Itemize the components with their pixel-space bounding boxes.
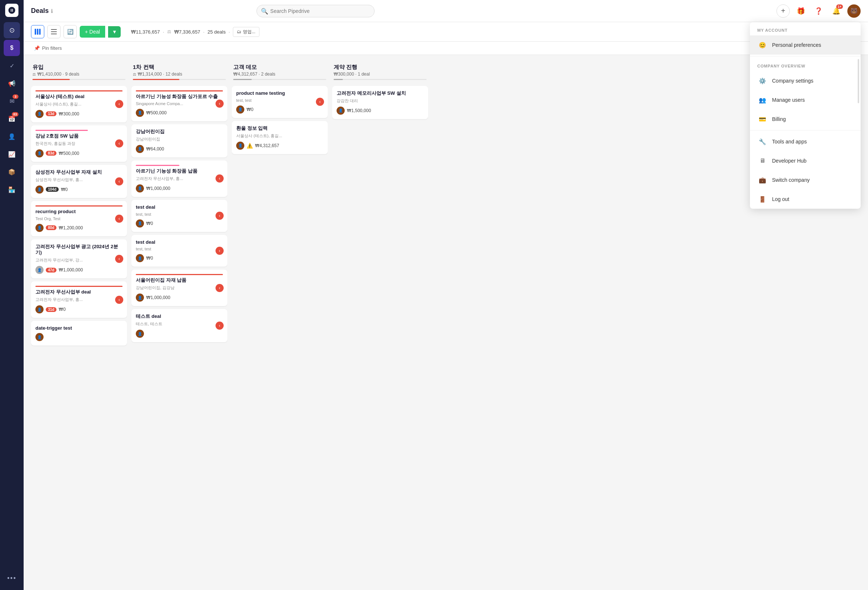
sidebar-item-marketplace[interactable]: 🏪 xyxy=(4,181,20,198)
sidebar-item-deals[interactable]: $ xyxy=(4,40,20,56)
card-progress xyxy=(35,90,123,91)
deal-card[interactable]: 아르기닌 기능성 화장품 납품 고려전자 무선사업부, 홍... 👤 ₩1,00… xyxy=(131,160,227,197)
stage-filter-button[interactable]: 🗂 영업... xyxy=(233,27,260,37)
manage-users-item[interactable]: 👥 Manage users xyxy=(750,90,861,109)
deal-avatar: 👤 xyxy=(35,224,44,232)
deal-action-arrow[interactable]: ‹ xyxy=(216,174,224,182)
search-input[interactable] xyxy=(257,5,375,17)
sidebar-item-home[interactable]: ⊙ xyxy=(4,22,20,38)
deal-card[interactable]: recurring product Test Org, Test 👤 80d ₩… xyxy=(31,201,127,236)
add-deal-dropdown-button[interactable]: ▼ xyxy=(108,26,121,38)
deal-action-arrow[interactable]: ‹ xyxy=(316,98,324,106)
help-icon-button[interactable]: ❓ xyxy=(812,4,825,18)
column-header-4: 계약 진행 ₩300,000 · 1 deal xyxy=(332,61,428,83)
deal-amount: ₩500,000 xyxy=(59,151,79,156)
deal-action-arrow[interactable]: ‹ xyxy=(115,140,123,147)
sidebar-more-button[interactable]: ••• xyxy=(4,570,20,586)
deal-action-arrow[interactable]: ‹ xyxy=(115,296,123,304)
divider xyxy=(750,56,861,56)
deal-amount: ₩1,000,000 xyxy=(59,267,83,272)
column-cards-2: 아르기닌 기능성 화장품 싱가포르 수출 Singapore Acme Comp… xyxy=(131,86,227,584)
header: Deals ℹ 🔍 + 🎁 ❓ 🔔 1+ 🐻 xyxy=(24,0,868,22)
deal-age-badge: 80d xyxy=(46,225,56,230)
deal-action-arrow[interactable]: ‹ xyxy=(216,322,224,330)
deal-card[interactable]: date-trigger test 👤 xyxy=(31,321,127,346)
personal-preferences-item[interactable]: 😊 Personal preferences xyxy=(750,35,861,54)
log-out-item[interactable]: 🚪 Log out xyxy=(750,190,861,209)
add-deal-button[interactable]: + Deal xyxy=(80,26,105,38)
pin-filters-button[interactable]: 📌 Pin filters xyxy=(31,44,861,52)
deal-action-arrow[interactable]: ‹ xyxy=(115,255,123,263)
deal-amount: ₩64,000 xyxy=(146,146,164,152)
tools-apps-icon: 🔧 xyxy=(757,137,768,147)
deal-card[interactable]: 삼성전자 무선사업부 자재 설치 삼성전자 무선사업부, 홍... 👤 104d… xyxy=(31,165,127,198)
sidebar-item-mail[interactable]: ✉ 3 xyxy=(4,93,20,109)
kanban-view-button[interactable] xyxy=(31,25,44,38)
sidebar-item-activities[interactable]: ✓ xyxy=(4,57,20,74)
add-button[interactable]: + xyxy=(776,4,790,18)
deal-card[interactable]: 고려전자 무선사업부 광고 (2024년 2분기) 고려전자 무선사업부, 강.… xyxy=(31,239,127,279)
list-view-button[interactable] xyxy=(47,25,61,38)
user-avatar[interactable]: 🐻 xyxy=(847,4,861,18)
sidebar-item-calendar[interactable]: 📅 83 xyxy=(4,110,20,127)
forecast-view-button[interactable]: 🔄 xyxy=(63,25,77,38)
app-logo[interactable] xyxy=(5,4,18,17)
deal-avatar: 👤 xyxy=(236,141,244,150)
deal-amount: ₩0 xyxy=(146,256,153,261)
card-progress xyxy=(136,90,223,91)
board-column-3: 고객 데모 ₩4,312,657 · 2 deals product name … xyxy=(232,61,328,584)
switch-company-item[interactable]: 💼 Switch company xyxy=(750,171,861,190)
deal-card[interactable]: 아르기닌 기능성 화장품 싱가포르 수출 Singapore Acme Comp… xyxy=(131,86,227,121)
deal-card[interactable]: 강남 2호점 SW 납품 한국전자, 홍길동 과장 👤 83d ₩500,000… xyxy=(31,125,127,162)
deal-action-arrow[interactable]: ‹ xyxy=(115,177,123,185)
deal-card[interactable]: 강남어린이집 강남어린이집 👤 ₩64,000 xyxy=(131,124,227,157)
billing-item[interactable]: 💳 Billing xyxy=(750,109,861,129)
divider xyxy=(750,130,861,131)
personal-prefs-icon: 😊 xyxy=(757,40,768,50)
deal-avatar: 👤 xyxy=(136,109,144,117)
deal-avatar: 👤 xyxy=(236,106,244,113)
deal-amount: ₩4,312,657 xyxy=(255,143,279,148)
deal-card[interactable]: 고려전자 무선사업부 deal 고려전자 무선사업부, 홍... 👤 31d ₩… xyxy=(31,281,127,318)
deal-card[interactable]: 서울상사 (테스트) deal 서울상사 (테스트), 홍길... 👤 13d … xyxy=(31,86,127,122)
deal-card[interactable]: 환울 정보 입력 서울상사 (테스트), 홍길... 👤 ⚠️ ₩4,312,6… xyxy=(232,121,328,154)
page-title: Deals ℹ xyxy=(31,7,53,15)
deal-card[interactable]: 서울어린이집 자재 납품 강남어린이집, 김강남 👤 ₩1,000,000 ‹ xyxy=(131,269,227,306)
deal-card[interactable]: test deal test, test 👤 ₩0 ‹ xyxy=(131,235,227,267)
manage-users-icon: 👥 xyxy=(757,95,768,105)
column-cards-4: 고려전자 메모리사업부 SW 설치 강감찬 대리 👤 ₩1,500,000 xyxy=(332,86,428,584)
dropdown-scrollbar[interactable] xyxy=(858,59,859,103)
deal-action-arrow[interactable]: ‹ xyxy=(216,100,224,108)
deal-card[interactable]: product name testing test, test 👤 ₩0 ‹ xyxy=(232,86,328,118)
deal-avatar: 👤 xyxy=(35,149,44,157)
deal-avatar: 👤 xyxy=(136,219,144,228)
deals-count: 25 deals xyxy=(207,29,226,35)
deal-action-arrow[interactable]: ‹ xyxy=(115,215,123,223)
svg-rect-4 xyxy=(51,31,57,32)
deal-age-badge: 83d xyxy=(46,151,56,156)
info-icon[interactable]: ℹ xyxy=(51,8,53,14)
deal-age-badge: 104d xyxy=(46,187,59,192)
sidebar-item-insights[interactable]: 📈 xyxy=(4,146,20,162)
deal-card[interactable]: test deal test, test 👤 ₩0 ‹ xyxy=(131,200,227,232)
header-actions: + 🎁 ❓ 🔔 1+ 🐻 xyxy=(776,4,861,18)
deal-action-arrow[interactable]: ‹ xyxy=(216,284,224,292)
company-settings-item[interactable]: ⚙️ Company settings xyxy=(750,71,861,90)
calendar-badge: 83 xyxy=(12,112,18,116)
deal-action-arrow[interactable]: ‹ xyxy=(115,100,123,108)
developer-hub-item[interactable]: 🖥 Developer Hub xyxy=(750,151,861,171)
gift-icon-button[interactable]: 🎁 xyxy=(794,4,807,18)
deal-action-arrow[interactable]: ‹ xyxy=(216,212,224,220)
weighted-amount: ₩7,336,657 xyxy=(174,29,201,35)
sidebar-item-products[interactable]: 📦 xyxy=(4,164,20,180)
deal-card[interactable]: 테스트 deal 테스트, 테스트 👤 ‹ xyxy=(131,309,227,342)
deal-avatar: 👤 xyxy=(136,254,144,262)
sidebar-item-contacts[interactable]: 👤 xyxy=(4,128,20,144)
deal-avatar: 👤 xyxy=(136,145,144,153)
notification-icon-button[interactable]: 🔔 1+ xyxy=(830,4,843,18)
deal-card[interactable]: 고려전자 메모리사업부 SW 설치 강감찬 대리 👤 ₩1,500,000 xyxy=(332,86,428,119)
developer-hub-icon: 🖥 xyxy=(757,156,768,166)
sidebar-item-campaigns[interactable]: 📢 xyxy=(4,75,20,91)
deal-action-arrow[interactable]: ‹ xyxy=(216,247,224,255)
tools-apps-item[interactable]: 🔧 Tools and apps xyxy=(750,132,861,151)
